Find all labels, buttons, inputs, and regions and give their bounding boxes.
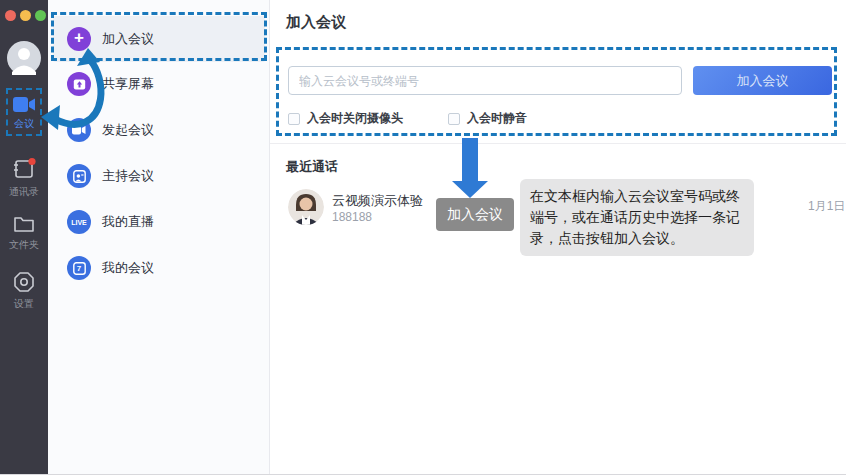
video-camera-icon: [67, 118, 91, 142]
contacts-icon: [12, 157, 36, 181]
menu-item-my-live[interactable]: LIVE 我的直播: [53, 199, 265, 245]
zoom-window-button[interactable]: [35, 10, 46, 21]
menu-sidebar: + 加入会议 共享屏幕 发起会议: [48, 0, 270, 475]
instruction-tooltip: 在文本框内输入云会议室号码或终端号，或在通话历史中选择一条记录，点击按钮加入会议…: [520, 179, 754, 256]
menu-item-my-meetings-label: 我的会议: [102, 259, 154, 277]
recent-join-button[interactable]: 加入会议: [436, 198, 514, 231]
annotation-down-arrow-head: [452, 181, 488, 198]
close-window-button[interactable]: [5, 10, 16, 21]
contact-avatar-image: [288, 189, 324, 225]
sidebar-item-settings-label: 设置: [0, 297, 48, 311]
menu-item-join-meeting-label: 加入会议: [102, 30, 154, 48]
menu-item-share-screen[interactable]: 共享屏幕: [53, 61, 265, 107]
checkbox-mute[interactable]: 入会时静音: [448, 110, 527, 127]
minimize-window-button[interactable]: [20, 10, 31, 21]
notification-badge: [28, 158, 35, 165]
page-title: 加入会议: [286, 13, 346, 32]
meeting-number-input[interactable]: [288, 66, 682, 95]
calendar-day-glyph: 7: [77, 264, 81, 273]
sidebar-item-meeting-label: 会议: [0, 117, 48, 131]
settings-gear-icon: [12, 271, 36, 293]
sidebar-item-folder[interactable]: 文件夹: [0, 214, 48, 252]
main-content: 加入会议 加入会议 入会时关闭摄像头 入会时静音 最近通话: [270, 0, 846, 475]
checkbox-camera-off[interactable]: 入会时关闭摄像头: [288, 110, 403, 127]
checkbox-mute-label: 入会时静音: [467, 110, 527, 127]
live-glyph: LIVE: [71, 219, 87, 226]
calendar-icon: 7: [67, 256, 91, 280]
video-camera-icon: [12, 96, 36, 113]
folder-icon: [12, 214, 36, 234]
sidebar-item-folder-label: 文件夹: [0, 238, 48, 252]
recent-calls-title: 最近通话: [286, 158, 338, 176]
avatar-placeholder-icon: [7, 41, 41, 75]
contact-name: 云视频演示体验: [332, 192, 423, 210]
menu-item-share-screen-label: 共享屏幕: [102, 75, 154, 93]
sidebar-item-contacts[interactable]: 通讯录: [0, 157, 48, 199]
live-badge-icon: LIVE: [67, 210, 91, 234]
checkbox-box[interactable]: [448, 113, 460, 125]
checkbox-camera-off-label: 入会时关闭摄像头: [307, 110, 403, 127]
share-screen-icon: [67, 72, 91, 96]
app-window: 会议 通讯录 文件夹 设置: [0, 0, 846, 475]
menu-item-my-meetings[interactable]: 7 我的会议: [53, 245, 265, 291]
menu-item-start-meeting-label: 发起会议: [102, 121, 154, 139]
menu-item-start-meeting[interactable]: 发起会议: [53, 107, 265, 153]
plus-glyph: +: [74, 28, 84, 48]
recent-call-list-item[interactable]: 云视频演示体验 188188 加入会议 在文本框内输入云会议室号码或终端号，或在…: [270, 185, 846, 231]
menu-item-host-meeting-label: 主持会议: [102, 167, 154, 185]
plus-icon: +: [67, 27, 91, 51]
sidebar-item-contacts-label: 通讯录: [0, 185, 48, 199]
host-icon: [67, 164, 91, 188]
join-meeting-button[interactable]: 加入会议: [693, 66, 832, 95]
sidebar-item-settings[interactable]: 设置: [0, 271, 48, 311]
dark-sidebar: 会议 通讯录 文件夹 设置: [0, 0, 48, 475]
menu-item-join-meeting[interactable]: + 加入会议: [53, 16, 265, 62]
contact-avatar: [288, 189, 324, 225]
user-avatar[interactable]: [7, 41, 41, 75]
call-date: 1月1日: [808, 198, 845, 215]
contact-number: 188188: [332, 210, 372, 224]
menu-item-my-live-label: 我的直播: [102, 213, 154, 231]
menu-item-host-meeting[interactable]: 主持会议: [53, 153, 265, 199]
annotation-down-arrow: [462, 138, 478, 181]
checkbox-box[interactable]: [288, 113, 300, 125]
section-divider: [270, 143, 846, 144]
sidebar-item-meeting[interactable]: 会议: [0, 96, 48, 131]
